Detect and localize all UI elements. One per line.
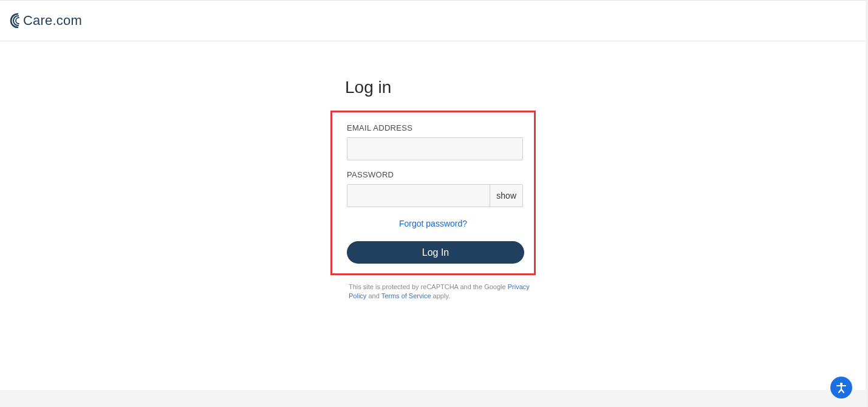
brand-name: Care.com xyxy=(23,13,82,29)
password-field-group: PASSWORD show xyxy=(347,170,519,207)
scrollbar-track[interactable] xyxy=(866,0,868,407)
login-page: Log in EMAIL ADDRESS PASSWORD show Forgo… xyxy=(0,41,866,301)
svg-point-0 xyxy=(840,383,842,385)
forgot-password-link[interactable]: Forgot password? xyxy=(399,219,467,228)
login-form-highlight: EMAIL ADDRESS PASSWORD show Forgot passw… xyxy=(330,111,536,275)
legal-prefix: This site is protected by reCAPTCHA and … xyxy=(349,283,508,290)
recaptcha-legal-text: This site is protected by reCAPTCHA and … xyxy=(349,282,531,301)
password-label: PASSWORD xyxy=(347,170,519,179)
brand-logo[interactable]: Care.com xyxy=(9,13,82,29)
email-field-group: EMAIL ADDRESS xyxy=(347,123,519,160)
login-button[interactable]: Log In xyxy=(347,241,524,264)
footer-band xyxy=(0,390,866,407)
accessibility-icon xyxy=(835,381,847,394)
legal-mid: and xyxy=(366,292,381,299)
page-title: Log in xyxy=(345,78,536,97)
email-label: EMAIL ADDRESS xyxy=(347,123,519,132)
site-header: Care.com xyxy=(0,1,868,41)
terms-of-service-link[interactable]: Terms of Service xyxy=(381,292,431,299)
email-input[interactable] xyxy=(347,137,523,160)
brand-mark-icon xyxy=(9,13,24,29)
accessibility-button[interactable] xyxy=(830,377,852,398)
password-input[interactable] xyxy=(347,185,490,207)
toggle-password-visibility-button[interactable]: show xyxy=(490,185,522,207)
legal-suffix: apply. xyxy=(431,292,451,299)
